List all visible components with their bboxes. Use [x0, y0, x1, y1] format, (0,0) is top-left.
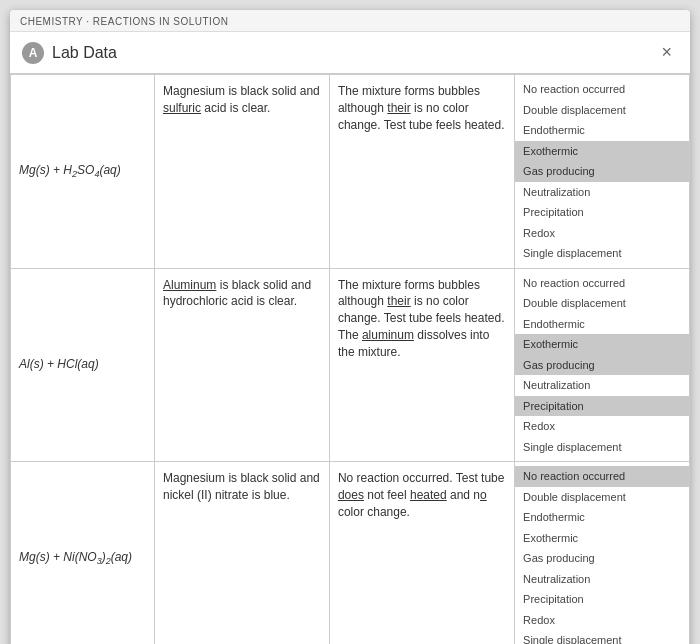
option-neutralization-3[interactable]: Neutralization — [515, 569, 689, 590]
options-list-1: No reaction occurred Double displacement… — [515, 75, 689, 268]
option-single-displacement-2[interactable]: Single displacement — [515, 437, 689, 458]
lab-data-window: CHEMISTRY · REACTIONS IN SOLUTION A Lab … — [10, 10, 690, 644]
lab-table-container: Mg(s) + H2SO4(aq) Magnesium is black sol… — [10, 74, 690, 644]
title-bar-left: A Lab Data — [22, 42, 117, 64]
option-single-displacement-3[interactable]: Single displacement — [515, 630, 689, 644]
title-bar: A Lab Data × — [10, 32, 690, 74]
description-cell-3: No reaction occurred. Test tube does not… — [329, 462, 514, 645]
underline-aluminum-desc: aluminum — [362, 328, 414, 342]
option-precipitation-2[interactable]: Precipitation — [515, 396, 689, 417]
underline-their-1: their — [387, 101, 410, 115]
table-row: Mg(s) + H2SO4(aq) Magnesium is black sol… — [11, 75, 690, 269]
top-bar: CHEMISTRY · REACTIONS IN SOLUTION — [10, 10, 690, 32]
option-redox-2[interactable]: Redox — [515, 416, 689, 437]
option-double-displacement-3[interactable]: Double displacement — [515, 487, 689, 508]
close-button[interactable]: × — [655, 40, 678, 65]
option-no-reaction-3[interactable]: No reaction occurred — [515, 466, 689, 487]
equation-3: Mg(s) + Ni(NO3)2(aq) — [19, 550, 132, 564]
observation-cell-2: Aluminum is black solid and hydrochloric… — [155, 268, 330, 462]
equation-2: Al(s) + HCl(aq) — [19, 357, 99, 371]
lab-table: Mg(s) + H2SO4(aq) Magnesium is black sol… — [10, 74, 690, 644]
equation-cell-2: Al(s) + HCl(aq) — [11, 268, 155, 462]
option-redox-3[interactable]: Redox — [515, 610, 689, 631]
option-endothermic-2[interactable]: Endothermic — [515, 314, 689, 335]
option-neutralization-1[interactable]: Neutralization — [515, 182, 689, 203]
table-row: Mg(s) + Ni(NO3)2(aq) Magnesium is black … — [11, 462, 690, 645]
option-gas-producing-3[interactable]: Gas producing — [515, 548, 689, 569]
option-double-displacement-1[interactable]: Double displacement — [515, 100, 689, 121]
option-exothermic-3[interactable]: Exothermic — [515, 528, 689, 549]
equation-cell-3: Mg(s) + Ni(NO3)2(aq) — [11, 462, 155, 645]
option-endothermic-3[interactable]: Endothermic — [515, 507, 689, 528]
observation-cell-1: Magnesium is black solid and sulfuric ac… — [155, 75, 330, 269]
description-cell-1: The mixture forms bubbles although their… — [329, 75, 514, 269]
underline-does-heated: does — [338, 488, 364, 502]
description-cell-2: The mixture forms bubbles although their… — [329, 268, 514, 462]
options-cell-1: No reaction occurred Double displacement… — [515, 75, 690, 269]
option-gas-producing-2[interactable]: Gas producing — [515, 355, 689, 376]
option-neutralization-2[interactable]: Neutralization — [515, 375, 689, 396]
options-list-3: No reaction occurred Double displacement… — [515, 462, 689, 644]
title-icon: A — [22, 42, 44, 64]
option-endothermic-1[interactable]: Endothermic — [515, 120, 689, 141]
underline-heated: heated — [410, 488, 447, 502]
equation-1: Mg(s) + H2SO4(aq) — [19, 163, 121, 177]
option-single-displacement-1[interactable]: Single displacement — [515, 243, 689, 264]
option-double-displacement-2[interactable]: Double displacement — [515, 293, 689, 314]
options-cell-3: No reaction occurred Double displacement… — [515, 462, 690, 645]
option-precipitation-3[interactable]: Precipitation — [515, 589, 689, 610]
options-cell-2: No reaction occurred Double displacement… — [515, 268, 690, 462]
underline-aluminum-obs: Aluminum — [163, 278, 216, 292]
option-no-reaction-2[interactable]: No reaction occurred — [515, 273, 689, 294]
equation-cell-1: Mg(s) + H2SO4(aq) — [11, 75, 155, 269]
observation-cell-3: Magnesium is black solid and nickel (II)… — [155, 462, 330, 645]
underline-sulfuric: sulfuric — [163, 101, 201, 115]
options-list-2: No reaction occurred Double displacement… — [515, 269, 689, 462]
page-title: Lab Data — [52, 44, 117, 62]
top-bar-label: CHEMISTRY · REACTIONS IN SOLUTION — [20, 16, 228, 27]
option-exothermic-1[interactable]: Exothermic — [515, 141, 689, 162]
option-redox-1[interactable]: Redox — [515, 223, 689, 244]
table-row: Al(s) + HCl(aq) Aluminum is black solid … — [11, 268, 690, 462]
option-exothermic-2[interactable]: Exothermic — [515, 334, 689, 355]
option-gas-producing-1[interactable]: Gas producing — [515, 161, 689, 182]
option-precipitation-1[interactable]: Precipitation — [515, 202, 689, 223]
underline-their-2: their — [387, 294, 410, 308]
option-no-reaction-1[interactable]: No reaction occurred — [515, 79, 689, 100]
